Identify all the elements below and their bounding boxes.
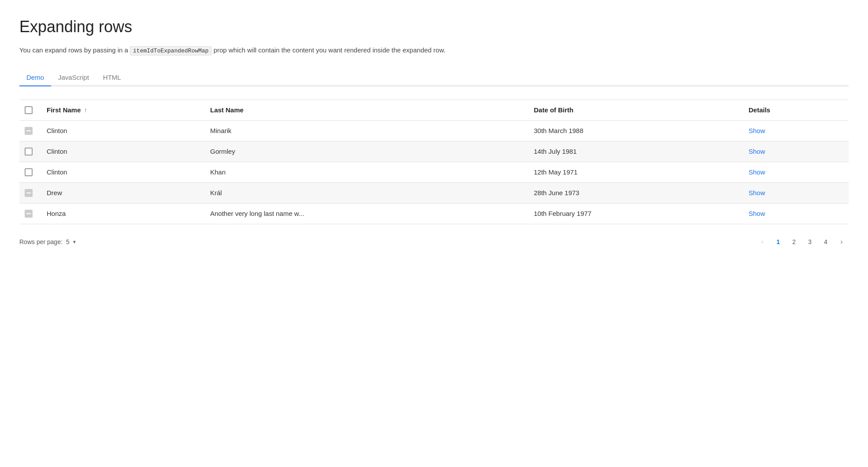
page-button-4[interactable]: 4 — [819, 235, 833, 249]
header-last-name-label: Last Name — [210, 106, 244, 114]
tabs-container: Demo JavaScript HTML — [19, 69, 849, 86]
row-checkbox[interactable] — [25, 210, 33, 218]
page-description: You can expand rows by passing in a item… — [19, 45, 849, 56]
cell-details: Show — [742, 203, 849, 224]
cell-first-name: Drew — [40, 182, 203, 203]
cell-last-name: Král — [203, 182, 527, 203]
chevron-down-icon: ▾ — [73, 239, 76, 245]
description-text-2: prop which will contain the content you … — [212, 46, 445, 54]
cell-details: Show — [742, 182, 849, 203]
header-date-of-birth-label: Date of Birth — [534, 106, 574, 114]
show-details-button[interactable]: Show — [749, 168, 765, 176]
table-row: ClintonGormley14th July 1981Show — [19, 141, 849, 162]
cell-date-of-birth: 28th June 1973 — [527, 182, 742, 203]
sort-arrow-icon[interactable]: ↑ — [85, 107, 88, 113]
prev-page-button[interactable]: ‹ — [755, 235, 769, 249]
table-row: HonzaAnother very long last name w...10t… — [19, 203, 849, 224]
pagination-controls: ‹ 1 2 3 4 › — [755, 235, 849, 249]
header-details-label: Details — [749, 106, 770, 114]
show-details-button[interactable]: Show — [749, 210, 765, 217]
header-first-name-label: First Name — [47, 106, 81, 114]
show-details-button[interactable]: Show — [749, 127, 765, 134]
tab-html[interactable]: HTML — [96, 69, 128, 86]
table-row: ClintonKhan12th May 1971Show — [19, 162, 849, 182]
page-button-3[interactable]: 3 — [803, 235, 817, 249]
cell-details: Show — [742, 141, 849, 162]
cell-last-name: Another very long last name w... — [203, 203, 527, 224]
description-code: itemIdToExpandedRowMap — [130, 46, 212, 56]
rows-per-page-control[interactable]: Rows per page: 5 ▾ — [19, 238, 76, 245]
cell-first-name: Clinton — [40, 120, 203, 141]
header-date-of-birth: Date of Birth — [527, 100, 742, 120]
table-row: ClintonMinarik30th March 1988Show — [19, 120, 849, 141]
cell-last-name: Gormley — [203, 141, 527, 162]
table-header-row: First Name ↑ Last Name Date of Birth Det… — [19, 100, 849, 120]
rows-per-page-value: 5 — [66, 238, 70, 245]
rows-per-page-label: Rows per page: — [19, 238, 63, 245]
tab-demo[interactable]: Demo — [19, 69, 51, 86]
description-text-1: You can expand rows by passing in a — [19, 46, 130, 54]
cell-first-name: Clinton — [40, 141, 203, 162]
next-page-button[interactable]: › — [835, 235, 849, 249]
show-details-button[interactable]: Show — [749, 189, 765, 196]
page-button-2[interactable]: 2 — [787, 235, 801, 249]
cell-details: Show — [742, 162, 849, 182]
cell-date-of-birth: 30th March 1988 — [527, 120, 742, 141]
cell-date-of-birth: 14th July 1981 — [527, 141, 742, 162]
cell-last-name: Khan — [203, 162, 527, 182]
tab-javascript[interactable]: JavaScript — [51, 69, 96, 86]
page-button-1[interactable]: 1 — [771, 235, 785, 249]
cell-first-name: Clinton — [40, 162, 203, 182]
header-last-name: Last Name — [203, 100, 527, 120]
row-checkbox[interactable] — [25, 127, 33, 135]
header-checkbox-cell — [19, 100, 40, 120]
page-title: Expanding rows — [19, 18, 849, 36]
data-table: First Name ↑ Last Name Date of Birth Det… — [19, 100, 849, 224]
show-details-button[interactable]: Show — [749, 148, 765, 155]
header-details: Details — [742, 100, 849, 120]
cell-details: Show — [742, 120, 849, 141]
header-checkbox[interactable] — [25, 106, 33, 114]
cell-first-name: Honza — [40, 203, 203, 224]
cell-last-name: Minarik — [203, 120, 527, 141]
table-footer: Rows per page: 5 ▾ ‹ 1 2 3 4 › — [19, 235, 849, 249]
cell-date-of-birth: 12th May 1971 — [527, 162, 742, 182]
header-first-name: First Name ↑ — [40, 100, 203, 120]
row-checkbox[interactable] — [25, 168, 33, 176]
row-checkbox[interactable] — [25, 189, 33, 197]
cell-date-of-birth: 10th February 1977 — [527, 203, 742, 224]
table-row: DrewKrál28th June 1973Show — [19, 182, 849, 203]
row-checkbox[interactable] — [25, 148, 33, 156]
